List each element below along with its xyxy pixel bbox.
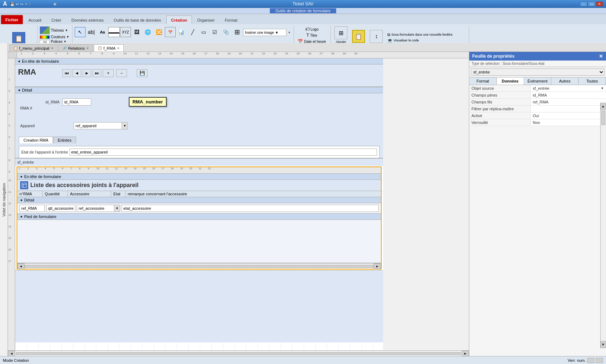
- props-row-1: Champs pères id_RMA: [469, 92, 606, 99]
- image-tool[interactable]: 🖼: [131, 27, 142, 37]
- tab-format[interactable]: Format: [220, 15, 242, 24]
- textfield-tool[interactable]: ▬▬▬: [108, 27, 120, 37]
- nav-save[interactable]: 💾: [137, 69, 148, 77]
- rect-tool[interactable]: ▭: [198, 27, 209, 37]
- nav-buttons[interactable]: ⏮ ◄ ► ⏭ + − 💾: [62, 69, 148, 77]
- tab-organiser[interactable]: Organiser: [193, 15, 219, 24]
- props-row-5: Verrouillé Non: [469, 119, 606, 126]
- tab-entrees[interactable]: Entrées: [53, 137, 76, 143]
- tab-accueil[interactable]: Accueil: [24, 15, 46, 24]
- tab-creation-rma[interactable]: Creation RMA: [19, 137, 53, 143]
- label-tool[interactable]: Aa: [97, 27, 108, 37]
- props-row-4: Activé Oui: [469, 112, 606, 119]
- qtt-accessoire-field[interactable]: qtt_accessoire: [46, 205, 75, 212]
- attach-tool[interactable]: 📎: [221, 27, 232, 37]
- nav-next[interactable]: ►: [83, 69, 91, 77]
- chart-tool[interactable]: 📊: [176, 27, 187, 37]
- nav-first[interactable]: ⏮: [62, 69, 71, 77]
- web-tool[interactable]: 🌐: [142, 27, 153, 37]
- tab-f-rma[interactable]: 📋 f_RMA ✕: [94, 44, 124, 52]
- props-row-0-dropdown[interactable]: ▼: [601, 86, 604, 90]
- tab-fichier[interactable]: Fichier: [1, 15, 23, 24]
- subform-new-window-button[interactable]: ⧉Sous-formulaire dans une nouvelle fenêt…: [387, 32, 466, 37]
- navigation-pane[interactable]: Volet de navigation: [0, 43, 8, 356]
- rma-label: RMA #: [19, 106, 34, 111]
- props-content: Objet source sf_entrée ▼ Champs pères id…: [469, 85, 606, 356]
- date-tool[interactable]: 📅: [165, 27, 176, 37]
- nav-last[interactable]: ⏭: [93, 69, 101, 77]
- props-tab-format[interactable]: Format: [469, 77, 497, 85]
- ribbon-tabs: Fichier Accueil Créer Données externes O…: [0, 14, 606, 24]
- tab-close-relations[interactable]: ✕: [86, 46, 89, 50]
- controls-expand[interactable]: ▼: [288, 31, 291, 34]
- sf-entree-label: sf_entrée: [15, 158, 383, 166]
- nav-delete[interactable]: −: [116, 69, 127, 77]
- tab-relations[interactable]: 🔗 Relations ✕: [58, 44, 93, 52]
- subform-scrollbar-h[interactable]: ◄ ►: [17, 263, 381, 269]
- rma-number-tooltip: RMA_number: [129, 97, 167, 107]
- main-content: 📋 f_menu_principal ✕ 🔗 Relations ✕ 📋 f_R…: [8, 43, 606, 356]
- window-controls[interactable]: ─ ▭ ✕: [580, 1, 603, 6]
- subform-container[interactable]: 12345678910111213141516171819202122 ◄ En…: [17, 167, 382, 270]
- subform-entete-header: ◄ En-tête de formulaire: [17, 174, 381, 180]
- tab-donnees-externes[interactable]: Données externes: [67, 15, 108, 24]
- props-row-3: Filtrer par réplica-maître: [469, 106, 606, 112]
- tab-f-menu-principal[interactable]: 📋 f_menu_principal ✕: [9, 44, 58, 52]
- entete-header: ◄ En-tête de formulaire: [15, 58, 383, 65]
- select-tool[interactable]: ↖: [75, 27, 85, 37]
- logo-button[interactable]: 🏷Logo: [304, 26, 320, 32]
- minimize-button[interactable]: ─: [580, 1, 587, 6]
- entete-content: RMA ⏮ ◄ ► ⏭ + − 💾: [15, 65, 383, 87]
- ref-accessoire-dropdown[interactable]: ▼: [114, 205, 120, 212]
- status-icon-2[interactable]: [596, 358, 603, 363]
- tab-outils-bdd[interactable]: Outils de base de données: [109, 15, 166, 24]
- props-select[interactable]: sf_entrée: [471, 68, 605, 76]
- etat-accessoire-field[interactable]: etat_accessoire: [122, 205, 379, 212]
- subform-title: Liste des accessoires joints à l'apparei…: [30, 182, 139, 188]
- ref-appareil-field[interactable]: ref_appareil ▼: [74, 122, 128, 129]
- text-box-tool[interactable]: ab|: [86, 27, 97, 37]
- nav-prev[interactable]: ◄: [73, 69, 81, 77]
- tab-close-f-menu[interactable]: ✕: [51, 46, 54, 50]
- title-button[interactable]: TTitre: [305, 32, 318, 38]
- form-scrollbar-h[interactable]: ◄ ►: [8, 350, 469, 356]
- props-tab-donnees[interactable]: Données: [497, 77, 524, 85]
- scroll-right[interactable]: ►: [462, 351, 469, 356]
- props-tab-toutes[interactable]: Toutes: [579, 77, 606, 85]
- more-tool[interactable]: ⊞: [232, 27, 243, 37]
- props-tabs: Format Données Événement Autres Toutes: [469, 77, 606, 85]
- form-title: RMA: [18, 67, 36, 77]
- button-tool[interactable]: XYZ: [120, 27, 131, 37]
- ref-rma-field[interactable]: ref_RMA: [19, 205, 45, 212]
- close-button[interactable]: ✕: [596, 1, 603, 6]
- props-scrollbar-v[interactable]: ▲ ▼: [600, 103, 606, 348]
- themes-button[interactable]: Thèmes ▼: [40, 26, 68, 34]
- properties-panel: Feuille de propriétés ✕ Type de sélectio…: [469, 52, 606, 356]
- vertical-ruler: 1 2 3 4 5 6 7 8 9 10 11 12 13 14: [8, 58, 15, 350]
- nav-tool[interactable]: 🔀: [154, 27, 164, 37]
- couleurs-button[interactable]: Couleurs ▼: [40, 35, 69, 39]
- props-tab-autres[interactable]: Autres: [551, 77, 579, 85]
- status-icon-1[interactable]: [587, 358, 594, 363]
- subform-detail-header: ◄ Détail: [17, 197, 381, 203]
- status-mode: Mode Création: [3, 358, 29, 363]
- quick-access[interactable]: A 💾 ↩ ↪ ▼ | ▣: [3, 1, 57, 7]
- tab-creation[interactable]: Création: [166, 15, 192, 24]
- props-close[interactable]: ✕: [599, 53, 603, 59]
- restore-button[interactable]: ▭: [588, 1, 595, 6]
- etat-field[interactable]: etat_entree_appareil: [70, 148, 377, 156]
- nav-add[interactable]: +: [103, 69, 114, 77]
- props-tab-evenement[interactable]: Événement: [524, 77, 552, 85]
- scroll-left[interactable]: ◄: [8, 351, 15, 356]
- view-code-button[interactable]: 💻Visualiser le code: [387, 38, 466, 43]
- document-area: Volet de navigation 📋 f_menu_principal ✕…: [0, 43, 606, 356]
- id-rma-field[interactable]: id_RMA: [62, 98, 91, 106]
- insert-image-button[interactable]: Insérer une image ▼: [243, 29, 286, 36]
- line-tool[interactable]: ╱: [187, 27, 198, 37]
- ref-accessoire-field[interactable]: ref_accessoire ▼: [77, 205, 120, 212]
- properties-title: Feuille de propriétés ✕: [469, 52, 606, 61]
- tab-close-f-rma[interactable]: ✕: [117, 46, 120, 50]
- ref-appareil-dropdown[interactable]: ▼: [122, 123, 127, 129]
- tab-creer[interactable]: Créer: [47, 15, 66, 24]
- check-tool[interactable]: ☑: [210, 27, 220, 37]
